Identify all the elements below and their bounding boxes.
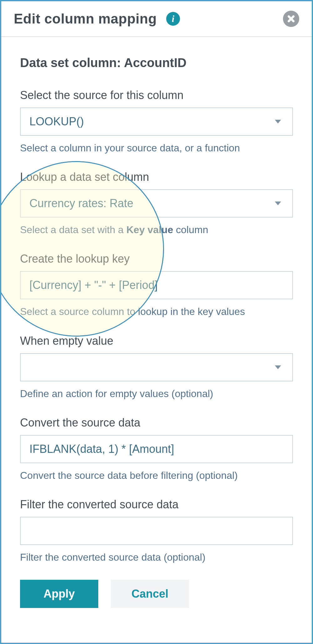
field-empty-value: When empty value Define an action for em… <box>20 334 293 401</box>
source-select-value: LOOKUP() <box>29 115 84 128</box>
field-empty-value-helper: Define an action for empty values (optio… <box>20 387 293 401</box>
convert-input[interactable] <box>29 436 284 463</box>
edit-column-mapping-modal: Edit column mapping i Data set column: A… <box>0 0 313 644</box>
field-source: Select the source for this column LOOKUP… <box>20 89 293 155</box>
source-select[interactable]: LOOKUP() <box>20 107 293 136</box>
modal-body: Data set column: AccountID Select the so… <box>1 37 312 620</box>
lookup-column-select-value: Currency rates: Rate <box>29 197 133 210</box>
field-source-helper: Select a column in your source data, or … <box>20 141 293 155</box>
info-icon[interactable]: i <box>166 12 180 26</box>
field-lookup-key-helper: Select a source column to lookup in the … <box>20 305 293 318</box>
field-filter: Filter the converted source data Filter … <box>20 498 293 564</box>
field-convert-label: Convert the source data <box>20 416 293 429</box>
modal-header: Edit column mapping i <box>1 1 312 37</box>
modal-actions: Apply Cancel <box>20 580 293 608</box>
field-source-label: Select the source for this column <box>20 89 293 102</box>
chevron-down-icon <box>275 202 281 205</box>
field-lookup-column: Lookup a data set column Currency rates:… <box>20 170 293 237</box>
empty-value-select[interactable] <box>20 353 293 381</box>
field-lookup-key-label: Create the lookup key <box>20 252 293 265</box>
apply-button[interactable]: Apply <box>20 580 98 608</box>
lookup-key-input[interactable] <box>29 272 284 299</box>
field-empty-value-label: When empty value <box>20 334 293 348</box>
filter-input-wrap <box>20 517 293 545</box>
field-lookup-column-label: Lookup a data set column <box>20 170 293 184</box>
close-icon[interactable] <box>283 11 299 27</box>
lookup-key-input-wrap <box>20 271 293 299</box>
field-filter-helper: Filter the converted source data (option… <box>20 551 293 564</box>
cancel-button[interactable]: Cancel <box>111 580 189 608</box>
field-convert: Convert the source data Convert the sour… <box>20 416 293 482</box>
chevron-down-icon <box>275 120 281 123</box>
field-lookup-column-helper: Select a data set with a Key value colum… <box>20 223 293 237</box>
convert-input-wrap <box>20 435 293 463</box>
field-filter-label: Filter the converted source data <box>20 498 293 511</box>
field-convert-helper: Convert the source data before filtering… <box>20 469 293 482</box>
section-title: Data set column: AccountID <box>20 56 293 70</box>
modal-title: Edit column mapping <box>14 11 157 27</box>
filter-input[interactable] <box>29 517 284 544</box>
chevron-down-icon <box>275 365 281 369</box>
field-lookup-key: Create the lookup key Select a source co… <box>20 252 293 318</box>
lookup-column-select[interactable]: Currency rates: Rate <box>20 189 293 217</box>
